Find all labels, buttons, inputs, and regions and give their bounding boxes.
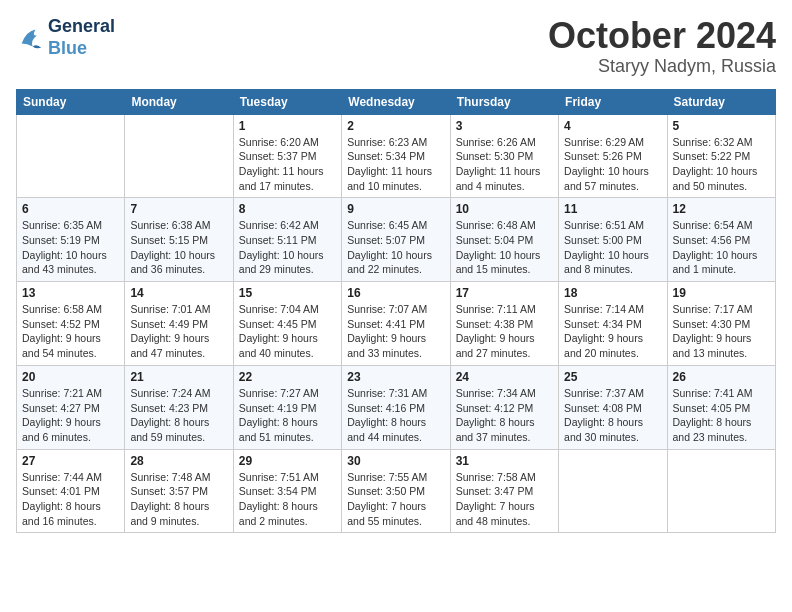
weekday-header: Monday: [125, 89, 233, 114]
calendar-week-row: 27Sunrise: 7:44 AM Sunset: 4:01 PM Dayli…: [17, 449, 776, 533]
day-number: 14: [130, 286, 227, 300]
calendar-cell: 25Sunrise: 7:37 AM Sunset: 4:08 PM Dayli…: [559, 365, 667, 449]
month-title: October 2024: [548, 16, 776, 56]
calendar-cell: 13Sunrise: 6:58 AM Sunset: 4:52 PM Dayli…: [17, 282, 125, 366]
day-info: Sunrise: 7:51 AM Sunset: 3:54 PM Dayligh…: [239, 470, 336, 529]
day-number: 7: [130, 202, 227, 216]
day-info: Sunrise: 7:07 AM Sunset: 4:41 PM Dayligh…: [347, 302, 444, 361]
calendar-cell: 2Sunrise: 6:23 AM Sunset: 5:34 PM Daylig…: [342, 114, 450, 198]
calendar-cell: 23Sunrise: 7:31 AM Sunset: 4:16 PM Dayli…: [342, 365, 450, 449]
calendar-week-row: 6Sunrise: 6:35 AM Sunset: 5:19 PM Daylig…: [17, 198, 776, 282]
weekday-header: Saturday: [667, 89, 775, 114]
day-info: Sunrise: 6:38 AM Sunset: 5:15 PM Dayligh…: [130, 218, 227, 277]
weekday-header: Wednesday: [342, 89, 450, 114]
logo: General Blue: [16, 16, 115, 59]
calendar-cell: 14Sunrise: 7:01 AM Sunset: 4:49 PM Dayli…: [125, 282, 233, 366]
day-number: 16: [347, 286, 444, 300]
day-info: Sunrise: 7:01 AM Sunset: 4:49 PM Dayligh…: [130, 302, 227, 361]
calendar-cell: [125, 114, 233, 198]
day-info: Sunrise: 7:31 AM Sunset: 4:16 PM Dayligh…: [347, 386, 444, 445]
day-number: 11: [564, 202, 661, 216]
calendar-week-row: 13Sunrise: 6:58 AM Sunset: 4:52 PM Dayli…: [17, 282, 776, 366]
day-info: Sunrise: 6:26 AM Sunset: 5:30 PM Dayligh…: [456, 135, 553, 194]
day-info: Sunrise: 7:41 AM Sunset: 4:05 PM Dayligh…: [673, 386, 770, 445]
weekday-header: Friday: [559, 89, 667, 114]
day-info: Sunrise: 6:51 AM Sunset: 5:00 PM Dayligh…: [564, 218, 661, 277]
calendar-cell: 6Sunrise: 6:35 AM Sunset: 5:19 PM Daylig…: [17, 198, 125, 282]
calendar-cell: 12Sunrise: 6:54 AM Sunset: 4:56 PM Dayli…: [667, 198, 775, 282]
day-number: 17: [456, 286, 553, 300]
calendar-week-row: 1Sunrise: 6:20 AM Sunset: 5:37 PM Daylig…: [17, 114, 776, 198]
calendar-cell: 10Sunrise: 6:48 AM Sunset: 5:04 PM Dayli…: [450, 198, 558, 282]
day-info: Sunrise: 6:32 AM Sunset: 5:22 PM Dayligh…: [673, 135, 770, 194]
logo-icon: [16, 24, 44, 52]
day-number: 6: [22, 202, 119, 216]
day-info: Sunrise: 6:23 AM Sunset: 5:34 PM Dayligh…: [347, 135, 444, 194]
day-number: 29: [239, 454, 336, 468]
calendar-cell: 11Sunrise: 6:51 AM Sunset: 5:00 PM Dayli…: [559, 198, 667, 282]
calendar-cell: 3Sunrise: 6:26 AM Sunset: 5:30 PM Daylig…: [450, 114, 558, 198]
calendar-table: SundayMondayTuesdayWednesdayThursdayFrid…: [16, 89, 776, 534]
day-info: Sunrise: 7:55 AM Sunset: 3:50 PM Dayligh…: [347, 470, 444, 529]
calendar-week-row: 20Sunrise: 7:21 AM Sunset: 4:27 PM Dayli…: [17, 365, 776, 449]
calendar-cell: 22Sunrise: 7:27 AM Sunset: 4:19 PM Dayli…: [233, 365, 341, 449]
day-number: 10: [456, 202, 553, 216]
day-info: Sunrise: 7:44 AM Sunset: 4:01 PM Dayligh…: [22, 470, 119, 529]
day-number: 2: [347, 119, 444, 133]
day-info: Sunrise: 6:58 AM Sunset: 4:52 PM Dayligh…: [22, 302, 119, 361]
calendar-cell: 17Sunrise: 7:11 AM Sunset: 4:38 PM Dayli…: [450, 282, 558, 366]
calendar-header-row: SundayMondayTuesdayWednesdayThursdayFrid…: [17, 89, 776, 114]
day-info: Sunrise: 6:42 AM Sunset: 5:11 PM Dayligh…: [239, 218, 336, 277]
day-number: 1: [239, 119, 336, 133]
page-header: General Blue October 2024 Staryy Nadym, …: [16, 16, 776, 77]
day-number: 15: [239, 286, 336, 300]
weekday-header: Tuesday: [233, 89, 341, 114]
calendar-cell: [17, 114, 125, 198]
calendar-cell: 21Sunrise: 7:24 AM Sunset: 4:23 PM Dayli…: [125, 365, 233, 449]
day-info: Sunrise: 7:21 AM Sunset: 4:27 PM Dayligh…: [22, 386, 119, 445]
day-number: 31: [456, 454, 553, 468]
day-info: Sunrise: 6:35 AM Sunset: 5:19 PM Dayligh…: [22, 218, 119, 277]
calendar-cell: 26Sunrise: 7:41 AM Sunset: 4:05 PM Dayli…: [667, 365, 775, 449]
day-number: 28: [130, 454, 227, 468]
calendar-cell: 29Sunrise: 7:51 AM Sunset: 3:54 PM Dayli…: [233, 449, 341, 533]
day-number: 24: [456, 370, 553, 384]
day-info: Sunrise: 6:45 AM Sunset: 5:07 PM Dayligh…: [347, 218, 444, 277]
calendar-cell: [667, 449, 775, 533]
calendar-cell: 5Sunrise: 6:32 AM Sunset: 5:22 PM Daylig…: [667, 114, 775, 198]
calendar-cell: [559, 449, 667, 533]
day-number: 22: [239, 370, 336, 384]
day-info: Sunrise: 7:37 AM Sunset: 4:08 PM Dayligh…: [564, 386, 661, 445]
day-info: Sunrise: 6:29 AM Sunset: 5:26 PM Dayligh…: [564, 135, 661, 194]
day-number: 27: [22, 454, 119, 468]
day-number: 26: [673, 370, 770, 384]
day-info: Sunrise: 6:20 AM Sunset: 5:37 PM Dayligh…: [239, 135, 336, 194]
calendar-cell: 24Sunrise: 7:34 AM Sunset: 4:12 PM Dayli…: [450, 365, 558, 449]
calendar-cell: 15Sunrise: 7:04 AM Sunset: 4:45 PM Dayli…: [233, 282, 341, 366]
day-info: Sunrise: 7:04 AM Sunset: 4:45 PM Dayligh…: [239, 302, 336, 361]
calendar-cell: 9Sunrise: 6:45 AM Sunset: 5:07 PM Daylig…: [342, 198, 450, 282]
day-number: 23: [347, 370, 444, 384]
day-info: Sunrise: 7:11 AM Sunset: 4:38 PM Dayligh…: [456, 302, 553, 361]
logo-text: General Blue: [48, 16, 115, 59]
location-title: Staryy Nadym, Russia: [548, 56, 776, 77]
day-info: Sunrise: 6:48 AM Sunset: 5:04 PM Dayligh…: [456, 218, 553, 277]
calendar-cell: 20Sunrise: 7:21 AM Sunset: 4:27 PM Dayli…: [17, 365, 125, 449]
day-number: 4: [564, 119, 661, 133]
day-info: Sunrise: 7:14 AM Sunset: 4:34 PM Dayligh…: [564, 302, 661, 361]
day-number: 21: [130, 370, 227, 384]
calendar-cell: 19Sunrise: 7:17 AM Sunset: 4:30 PM Dayli…: [667, 282, 775, 366]
day-number: 8: [239, 202, 336, 216]
day-number: 20: [22, 370, 119, 384]
day-number: 3: [456, 119, 553, 133]
weekday-header: Thursday: [450, 89, 558, 114]
calendar-cell: 16Sunrise: 7:07 AM Sunset: 4:41 PM Dayli…: [342, 282, 450, 366]
day-info: Sunrise: 7:17 AM Sunset: 4:30 PM Dayligh…: [673, 302, 770, 361]
calendar-cell: 27Sunrise: 7:44 AM Sunset: 4:01 PM Dayli…: [17, 449, 125, 533]
calendar-cell: 1Sunrise: 6:20 AM Sunset: 5:37 PM Daylig…: [233, 114, 341, 198]
day-info: Sunrise: 7:48 AM Sunset: 3:57 PM Dayligh…: [130, 470, 227, 529]
day-number: 18: [564, 286, 661, 300]
day-number: 12: [673, 202, 770, 216]
calendar-cell: 30Sunrise: 7:55 AM Sunset: 3:50 PM Dayli…: [342, 449, 450, 533]
day-info: Sunrise: 7:58 AM Sunset: 3:47 PM Dayligh…: [456, 470, 553, 529]
